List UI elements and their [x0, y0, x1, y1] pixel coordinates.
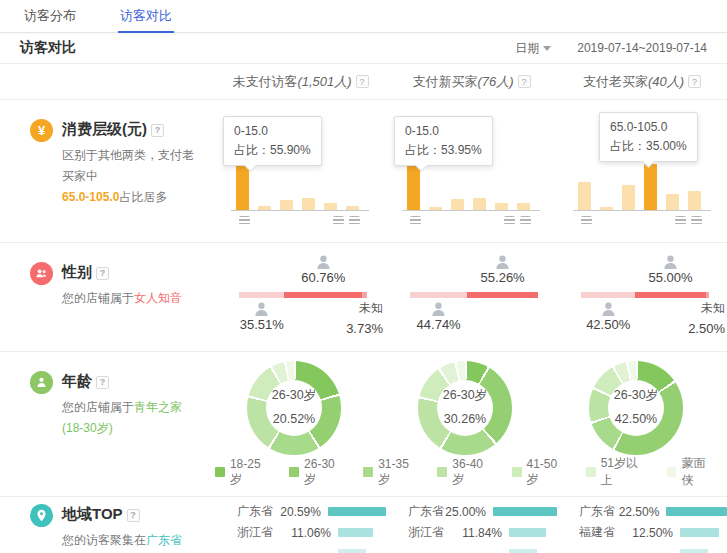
donut-center-label: 26-30岁 20.52%: [247, 361, 341, 455]
female-percent: 55.26%: [481, 270, 525, 285]
consume-bar[interactable]: [666, 194, 679, 210]
unknown-percent: 2.50%: [688, 319, 725, 340]
column-count: (40人): [648, 74, 684, 89]
donut-chart[interactable]: 26-30岁 20.52%: [247, 361, 341, 455]
male-stat: 42.50%: [586, 302, 630, 332]
region-percent: 25.00%: [445, 505, 486, 519]
gender-bar[interactable]: [410, 292, 538, 298]
female-stat: 60.76%: [301, 255, 345, 285]
region-row: [579, 543, 727, 553]
donut-chart[interactable]: 26-30岁 30.26%: [418, 361, 512, 455]
region-list-new-buyer: 广东省25.00%浙江省11.84%: [386, 497, 557, 553]
unknown-percent: 3.73%: [346, 319, 383, 340]
region-list-repeat-buyer: 广东省22.50%福建省12.50%: [557, 497, 727, 553]
legend-label: 26-30岁: [304, 457, 346, 488]
legend-item[interactable]: 36-40岁: [437, 457, 494, 488]
region-list-unpaid: 广东省20.59%浙江省11.06%: [215, 497, 386, 553]
donut-chart[interactable]: 26-30岁 42.50%: [589, 361, 683, 455]
region-left-panel: 地域TOP? 您的访客聚集在广东省: [0, 497, 215, 553]
consume-bar[interactable]: [280, 200, 293, 210]
yen-icon: ¥: [30, 119, 53, 142]
male-percent: 35.51%: [240, 317, 284, 332]
tooltip-range: 0-15.0: [405, 122, 482, 141]
consume-bar[interactable]: [346, 206, 359, 210]
consume-bar[interactable]: [258, 206, 271, 210]
region-bar: [509, 528, 546, 537]
help-icon[interactable]: ?: [518, 75, 531, 88]
help-icon[interactable]: ?: [151, 124, 164, 137]
legend-item[interactable]: 51岁以上: [586, 455, 650, 489]
help-icon[interactable]: ?: [356, 75, 369, 88]
help-icon[interactable]: ?: [688, 75, 701, 88]
row-age: 年龄? 您的店铺属于青年之家(18-30岁) 26-30岁 20.52% 26-…: [0, 352, 727, 497]
unknown-label: 未知: [346, 299, 383, 318]
consume-highlight: 65.0-105.0: [62, 190, 119, 204]
help-icon[interactable]: ?: [96, 267, 109, 280]
consume-bar[interactable]: [407, 164, 420, 210]
legend-item[interactable]: 18-25岁: [215, 457, 272, 488]
axis-label-glyph: [349, 216, 360, 225]
female-stat: 55.00%: [649, 255, 693, 285]
legend-item[interactable]: 31-35岁: [363, 457, 420, 488]
consume-bar[interactable]: [473, 198, 486, 210]
consume-bar[interactable]: [302, 198, 315, 210]
legend-label: 18-25岁: [230, 457, 272, 488]
axis-label-glyph: [410, 216, 421, 225]
region-name: 浙江省: [408, 524, 454, 541]
date-area: 日期 2019-07-14~2019-07-14: [515, 40, 707, 57]
region-name: 广东省: [579, 503, 618, 520]
unknown-stat: 未知 2.50%: [688, 299, 725, 340]
male-percent: 42.50%: [586, 317, 630, 332]
region-name: 浙江省: [237, 524, 283, 541]
age-description: 您的店铺属于青年之家(18-30岁): [62, 397, 201, 439]
date-dropdown-label: 日期: [515, 40, 539, 57]
consume-bar[interactable]: [517, 203, 530, 210]
chart-tooltip: 0-15.0 占比：53.95%: [394, 116, 493, 166]
legend-swatch: [289, 467, 299, 477]
column-name: 支付老买家: [583, 74, 648, 89]
consume-bar[interactable]: [451, 199, 464, 210]
region-description: 您的访客聚集在广东省: [62, 530, 182, 551]
gender-bar[interactable]: [239, 292, 367, 298]
female-percent: 55.00%: [649, 270, 693, 285]
consume-bar[interactable]: [324, 203, 337, 210]
person-icon: [30, 371, 53, 394]
region-percent: 11.84%: [454, 526, 502, 540]
bar-chart[interactable]: [573, 163, 711, 211]
date-range-picker[interactable]: 2019-07-14~2019-07-14: [577, 41, 707, 55]
legend-item[interactable]: 蒙面侠: [667, 455, 718, 489]
help-icon[interactable]: ?: [127, 509, 140, 522]
consume-bar[interactable]: [429, 207, 442, 210]
male-stat: 35.51%: [240, 302, 284, 332]
tab-visitor-compare[interactable]: 访客对比: [118, 0, 174, 33]
visitor-compare-page: 访客分布 访客对比 访客对比 日期 2019-07-14~2019-07-14 …: [0, 0, 727, 553]
tab-bar: 访客分布 访客对比: [0, 0, 727, 33]
column-header-repeat-buyer: 支付老买家(40人)?: [557, 73, 727, 91]
legend-label: 51岁以上: [601, 455, 650, 489]
help-icon[interactable]: ?: [96, 376, 109, 389]
region-highlight: 广东省: [146, 533, 182, 547]
region-name: 福建省: [579, 524, 625, 541]
consume-bar[interactable]: [644, 164, 657, 210]
date-dropdown[interactable]: 日期: [515, 40, 551, 57]
axis-label-glyph: [239, 216, 250, 225]
column-header-new-buyer: 支付新买家(76人)?: [386, 73, 557, 91]
chevron-down-icon: [543, 46, 551, 51]
gender-bar[interactable]: [581, 292, 709, 298]
consume-bar[interactable]: [236, 164, 249, 210]
legend-swatch: [437, 467, 447, 477]
consume-bar[interactable]: [688, 191, 701, 210]
region-bar: [680, 549, 708, 553]
region-row: 广东省20.59%: [237, 501, 386, 522]
region-row: 广东省25.00%: [408, 501, 557, 522]
consume-bar[interactable]: [622, 185, 635, 210]
consume-chart-new-buyer: 0-15.0 占比：53.95%: [386, 100, 557, 242]
legend-item[interactable]: 41-50岁: [512, 457, 569, 488]
row-consume-level: ¥ 消费层级(元)? 区别于其他两类，支付老买家中 65.0-105.0占比居多…: [0, 100, 727, 243]
consume-bar[interactable]: [495, 203, 508, 210]
consume-chart-repeat-buyer: 65.0-105.0 占比：35.00%: [557, 100, 727, 242]
consume-bar[interactable]: [600, 207, 613, 210]
legend-item[interactable]: 26-30岁: [289, 457, 346, 488]
tab-visitor-distribution[interactable]: 访客分布: [22, 0, 78, 33]
consume-bar[interactable]: [578, 182, 591, 210]
